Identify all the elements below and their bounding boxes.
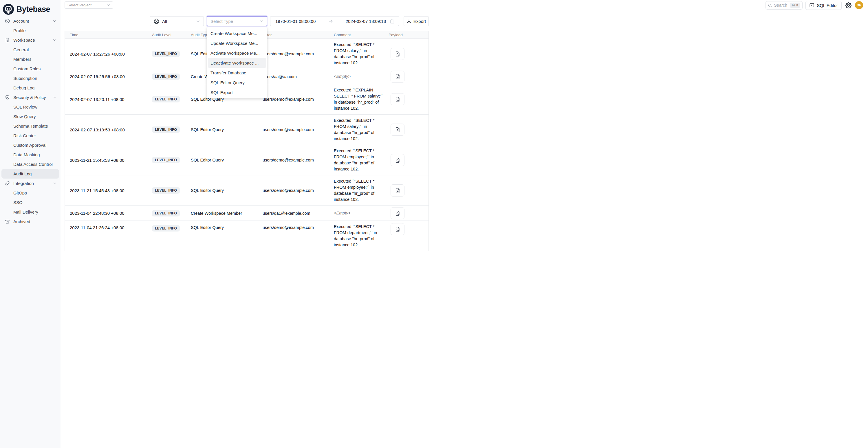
sidebar-item-mail-delivery[interactable]: Mail Delivery xyxy=(0,207,61,217)
cell-time: 2024-02-07 16:27:26 +08:00 xyxy=(65,39,150,69)
project-select[interactable]: Select Project xyxy=(65,1,113,9)
audit-level-badge: LEVEL_INFO xyxy=(152,73,180,80)
sidebar-item-slow-query[interactable]: Slow Query xyxy=(0,112,61,121)
sidebar-item-data-masking[interactable]: Data Masking xyxy=(0,150,61,159)
sidebar-item-label: Archived xyxy=(13,219,30,224)
sidebar-item-audit-log[interactable]: Audit Log xyxy=(1,169,59,179)
sidebar-item-account[interactable]: Account xyxy=(0,16,61,26)
sidebar-item-sql-review[interactable]: SQL Review xyxy=(0,102,61,112)
bytebase-logo[interactable]: Bytebase xyxy=(0,0,61,16)
menu-item-deactivate-workspace-member[interactable]: Deactivate Workspace ... xyxy=(208,58,266,68)
menu-item-activate-workspace-member[interactable]: Activate Workspace Me... xyxy=(208,48,266,58)
menu-item-create-workspace-member[interactable]: Create Workspace Me... xyxy=(208,28,266,38)
menu-item-update-workspace-member[interactable]: Update Workspace Me... xyxy=(208,38,266,48)
chevron-down-icon xyxy=(196,19,200,23)
payload-view-button[interactable] xyxy=(391,71,404,83)
cell-audit-type: SQL Editor Query xyxy=(188,175,260,205)
sidebar-item-schema-template[interactable]: Schema Template xyxy=(0,121,61,131)
sidebar-item-workspace[interactable]: Workspace xyxy=(0,35,61,45)
sidebar-item-label: Schema Template xyxy=(13,124,48,128)
sidebar-item-debug-log[interactable]: Debug Log xyxy=(0,83,61,93)
payload-view-button[interactable] xyxy=(391,93,404,105)
sidebar-item-subscription[interactable]: Subscription xyxy=(0,73,61,83)
sidebar-item-custom-roles[interactable]: Custom Roles xyxy=(0,64,61,73)
cell-time: 2023-11-04 21:26:24 +08:00 xyxy=(65,221,150,224)
sidebar-item-archived[interactable]: Archived xyxy=(0,217,61,224)
chevron-down-icon xyxy=(259,19,264,23)
sidebar-item-risk-center[interactable]: Risk Center xyxy=(0,131,61,140)
sidebar-item-label: Debug Log xyxy=(13,85,34,90)
chevron-down-icon xyxy=(53,19,57,23)
column-header-payload: Payload xyxy=(386,31,429,38)
type-filter-select[interactable]: Select Type xyxy=(207,16,267,26)
sidebar-item-security-policy[interactable]: Security & Policy xyxy=(0,93,61,102)
project-select-placeholder: Select Project xyxy=(67,3,92,7)
cell-time: 2023-11-21 15:45:53 +08:00 xyxy=(65,145,150,175)
cell-actor: users/demo@example.com xyxy=(260,175,332,205)
column-header-comment: Comment xyxy=(332,31,386,38)
payload-view-button[interactable] xyxy=(391,48,404,60)
sidebar-item-data-access-control[interactable]: Data Access Control xyxy=(0,159,61,169)
cell-comment: Executed `"SELECT * FROM department;"` i… xyxy=(332,221,386,224)
sidebar-item-label: General xyxy=(13,47,29,52)
menu-item-transfer-database[interactable]: Transfer Database xyxy=(208,68,266,77)
cell-comment: <Empty> xyxy=(332,206,386,221)
menu-item-sql-export[interactable]: SQL Export xyxy=(208,87,266,97)
download-icon xyxy=(406,19,411,24)
cell-actor: users/aa@aa.com xyxy=(260,69,332,84)
building-icon xyxy=(5,37,10,43)
sidebar-item-sso[interactable]: SSO xyxy=(0,198,61,207)
sidebar-item-label: Members xyxy=(13,57,32,62)
cell-comment: Executed `"SELECT * FROM salary;"` in da… xyxy=(332,39,386,69)
date-from-value: 1970-01-01 08:00:00 xyxy=(275,19,316,24)
table-row: 2023-11-21 15:45:43 +08:00 LEVEL_INFO SQ… xyxy=(65,175,429,206)
sidebar-item-label: Risk Center xyxy=(13,133,36,138)
cell-time: 2023-11-21 15:45:43 +08:00 xyxy=(65,175,150,205)
chevron-down-icon xyxy=(106,3,110,7)
sidebar-item-general[interactable]: General xyxy=(0,45,61,55)
sidebar-item-label: Security & Policy xyxy=(13,95,46,100)
cell-audit-type: Create Workspace Member xyxy=(188,206,260,221)
arrow-right-icon xyxy=(316,19,345,24)
filter-bar: All Select Type 1970-01-01 08:00:00 2024… xyxy=(150,16,429,26)
sidebar-item-label: Mail Delivery xyxy=(13,210,38,215)
sidebar-item-label: Subscription xyxy=(13,76,37,81)
payload-view-button[interactable] xyxy=(391,154,404,166)
actor-filter-select[interactable]: All xyxy=(150,16,204,26)
payload-view-button[interactable] xyxy=(391,207,404,219)
shield-check-icon xyxy=(5,95,10,100)
sidebar-item-label: SSO xyxy=(13,200,23,205)
table-row: 2024-02-07 13:19:53 +08:00 LEVEL_INFO SQ… xyxy=(65,115,429,145)
chevron-down-icon xyxy=(53,38,57,42)
menu-item-sql-editor-query[interactable]: SQL Editor Query xyxy=(208,77,266,87)
cell-audit-type: SQL Editor Query xyxy=(188,145,260,175)
date-range-picker[interactable]: 1970-01-01 08:00:00 2024-02-07 18:09:13 xyxy=(270,16,399,26)
cell-actor: users/demo@example.com xyxy=(260,84,332,114)
sidebar-item-label: Data Masking xyxy=(13,152,40,157)
cell-time: 2024-02-07 16:25:56 +08:00 xyxy=(65,69,150,84)
cell-actor: users/demo@example.com xyxy=(260,39,332,69)
cell-comment: Executed `"SELECT * FROM employee;"` in … xyxy=(332,175,386,205)
sidebar-item-members[interactable]: Members xyxy=(0,55,61,64)
payload-view-button[interactable] xyxy=(391,124,404,136)
cell-audit-type: SQL Editor Query xyxy=(188,221,260,224)
date-to-value: 2024-02-07 18:09:13 xyxy=(346,19,386,24)
sidebar-item-integration[interactable]: Integration xyxy=(0,179,61,188)
sidebar-item-label: Data Access Control xyxy=(13,162,53,167)
cell-actor: users/qa1@example.com xyxy=(260,206,332,221)
type-filter-placeholder: Select Type xyxy=(211,19,233,24)
actor-filter-value: All xyxy=(162,19,167,24)
payload-view-button[interactable] xyxy=(391,223,404,224)
sidebar-nav: Account Profile Workspace General Member… xyxy=(0,16,61,224)
audit-level-badge: LEVEL_INFO xyxy=(152,96,180,102)
chevron-down-icon xyxy=(53,182,57,185)
payload-view-button[interactable] xyxy=(391,184,404,196)
export-button[interactable]: Export xyxy=(404,16,429,26)
sidebar-item-profile[interactable]: Profile xyxy=(0,26,61,35)
sidebar-item-label: Profile xyxy=(13,28,26,33)
sidebar-item-custom-approval[interactable]: Custom Approval xyxy=(0,140,61,150)
user-circle-icon xyxy=(5,18,10,24)
sidebar-item-gitops[interactable]: GitOps xyxy=(0,188,61,198)
sidebar-item-label: GitOps xyxy=(13,190,27,195)
column-header-audit-level: Audit Level xyxy=(150,31,188,38)
